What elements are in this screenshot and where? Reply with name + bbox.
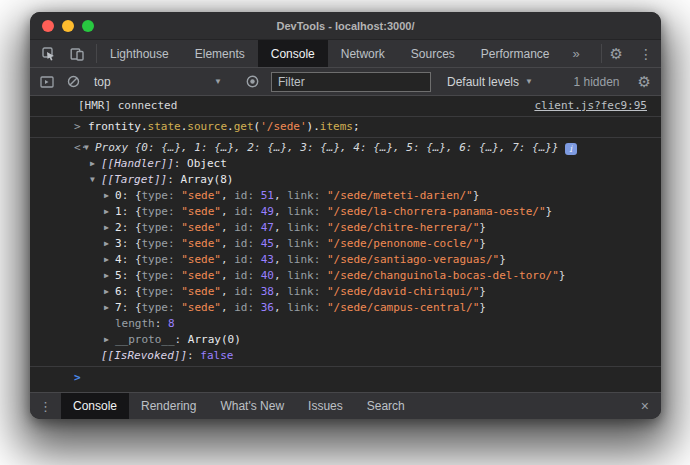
console-command-message: > frontity.state.source.get('/sede').ite…: [30, 117, 661, 138]
property-name: [[Handler]]: [101, 157, 174, 170]
tab-network[interactable]: Network: [328, 40, 398, 67]
console-sidebar-toggle-icon[interactable]: [36, 72, 58, 92]
clear-console-icon[interactable]: [62, 72, 84, 92]
console-empty-area[interactable]: [30, 373, 661, 392]
expand-arrow-icon[interactable]: ▶: [90, 156, 101, 172]
drawer-tab-issues[interactable]: Issues: [296, 393, 355, 419]
info-badge-icon[interactable]: i: [565, 143, 577, 155]
close-window-button[interactable]: [42, 20, 54, 32]
expand-arrow-icon[interactable]: ▶: [104, 300, 115, 316]
length-row: length: 8: [88, 316, 647, 332]
expand-arrow-icon[interactable]: ▶: [104, 236, 115, 252]
drawer-tab-what-s-new[interactable]: What's New: [208, 393, 296, 419]
drawer-tab-search[interactable]: Search: [355, 393, 417, 419]
array-item-row: ▶6: {type: "sede", id: 38, link: "/sede/…: [88, 284, 647, 300]
inspect-element-icon[interactable]: [38, 44, 60, 64]
array-item-row: ▶5: {type: "sede", id: 40, link: "/sede/…: [88, 268, 647, 284]
customize-devtools-icon[interactable]: ⋮: [631, 40, 661, 67]
isrevoked-row: [[IsRevoked]]: false: [88, 348, 647, 364]
tab-sources[interactable]: Sources: [398, 40, 468, 67]
log-levels-dropdown[interactable]: Default levels ▼: [441, 72, 539, 92]
expand-arrow-icon[interactable]: ▶: [104, 188, 115, 204]
separator: :: [174, 157, 187, 170]
drawer-tabbar: ⋮ ConsoleRenderingWhat's NewIssuesSearch…: [30, 392, 661, 419]
proxy-preview: Proxy {0: {…}, 1: {…}, 2: {…}, 3: {…}, 4…: [95, 141, 559, 154]
live-expression-eye-icon[interactable]: [241, 72, 263, 92]
console-toolbar: top ▼ Default levels ▼ 1 hidden ⚙: [30, 68, 661, 96]
result-arrow-icon: <·: [74, 140, 87, 156]
javascript-context-dropdown[interactable]: top ▼: [88, 72, 228, 92]
proxy-root-row: ▼Proxy {0: {…}, 1: {…}, 2: {…}, 3: {…}, …: [84, 140, 647, 156]
property-value: Array(8): [180, 173, 233, 186]
hidden-messages-count[interactable]: 1 hidden: [574, 75, 630, 89]
separator: :: [187, 349, 200, 362]
property-value: false: [200, 349, 233, 362]
array-item-row: ▶4: {type: "sede", id: 43, link: "/sede/…: [88, 252, 647, 268]
separator: :: [167, 173, 180, 186]
property-name: __proto__: [115, 333, 175, 346]
property-value: Object: [187, 157, 227, 170]
array-item-row: ▶2: {type: "sede", id: 47, link: "/sede/…: [88, 220, 647, 236]
target-row: ▼[[Target]]: Array(8): [88, 172, 647, 188]
prompt-chevron-icon: >: [74, 370, 81, 386]
drawer-menu-icon[interactable]: ⋮: [30, 393, 61, 419]
expand-arrow-icon[interactable]: ▶: [104, 332, 115, 348]
toggle-device-toolbar-icon[interactable]: [66, 44, 88, 64]
property-value: 8: [168, 317, 175, 330]
expand-arrow-icon[interactable]: ▶: [104, 204, 115, 220]
more-tabs-icon[interactable]: »: [563, 40, 590, 67]
drawer-tab-console[interactable]: Console: [61, 393, 129, 419]
array-item-row: ▶3: {type: "sede", id: 45, link: "/sede/…: [88, 236, 647, 252]
console-settings-gear-icon[interactable]: ⚙: [638, 74, 651, 89]
expand-arrow-icon[interactable]: ▶: [104, 252, 115, 268]
property-name: [[Target]]: [101, 173, 167, 186]
titlebar: DevTools - localhost:3000/: [30, 12, 661, 40]
separator: :: [175, 333, 188, 346]
context-label: top: [94, 75, 111, 89]
expand-arrow-icon[interactable]: ▶: [104, 220, 115, 236]
array-item-row: ▶0: {type: "sede", id: 51, link: "/sede/…: [88, 188, 647, 204]
console-log-message: [HMR] connected client.js?fec9:95: [30, 96, 661, 117]
zoom-window-button[interactable]: [82, 20, 94, 32]
property-name: length: [115, 317, 155, 330]
tab-console[interactable]: Console: [258, 40, 328, 67]
command-text: frontity.state.source.get('/sede').items…: [88, 120, 360, 133]
proto-row: ▶__proto__: Array(0): [88, 332, 647, 348]
log-levels-label: Default levels: [447, 75, 519, 89]
close-drawer-icon[interactable]: ×: [629, 393, 661, 419]
command-chevron-icon: >: [74, 119, 81, 135]
separator: :: [155, 317, 168, 330]
handler-row: ▶[[Handler]]: Object: [88, 156, 647, 172]
chevron-down-icon: ▼: [214, 77, 222, 86]
window-title: DevTools - localhost:3000/: [30, 20, 661, 32]
minimize-window-button[interactable]: [62, 20, 74, 32]
expand-arrow-icon[interactable]: ▶: [104, 284, 115, 300]
tab-lighthouse[interactable]: Lighthouse: [97, 40, 182, 67]
devtools-window: DevTools - localhost:3000/ LighthouseEle…: [30, 12, 661, 419]
tab-performance[interactable]: Performance: [468, 40, 563, 67]
source-location-link[interactable]: client.js?fec9:95: [534, 98, 647, 114]
drawer-tab-rendering[interactable]: Rendering: [129, 393, 208, 419]
log-text: [HMR] connected: [78, 98, 177, 114]
traffic-lights: [42, 20, 94, 32]
filter-input[interactable]: [271, 72, 431, 92]
array-item-row: ▶7: {type: "sede", id: 36, link: "/sede/…: [88, 300, 647, 316]
collapse-arrow-icon[interactable]: ▼: [90, 172, 101, 188]
property-value: Array(0): [188, 333, 241, 346]
expand-arrow-icon[interactable]: ▶: [104, 268, 115, 284]
chevron-down-icon: ▼: [525, 77, 533, 86]
array-item-row: ▶1: {type: "sede", id: 49, link: "/sede/…: [88, 204, 647, 220]
tab-elements[interactable]: Elements: [182, 40, 258, 67]
console-result-message: <· ▼Proxy {0: {…}, 1: {…}, 2: {…}, 3: {……: [30, 138, 661, 367]
console-prompt[interactable]: >: [30, 367, 661, 373]
devtools-tabbar: LighthouseElementsConsoleNetworkSourcesP…: [30, 40, 661, 68]
settings-gear-icon[interactable]: ⚙: [610, 46, 623, 61]
property-name: [[IsRevoked]]: [101, 349, 187, 362]
console-output: [HMR] connected client.js?fec9:95 > fron…: [30, 96, 661, 392]
